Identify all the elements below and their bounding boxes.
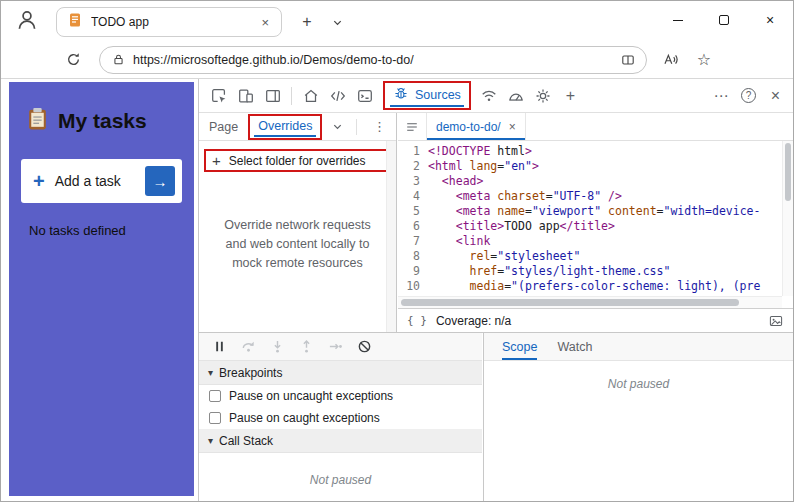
add-tools-button[interactable]: +: [557, 83, 584, 109]
code-line[interactable]: 9 href="styles/light-theme.css": [398, 264, 793, 279]
reload-button[interactable]: [59, 46, 87, 74]
browser-tab[interactable]: TODO app ×: [56, 7, 282, 37]
code-line[interactable]: 2<html lang="en">: [398, 159, 793, 174]
gear-icon[interactable]: [530, 83, 557, 109]
line-number[interactable]: 10: [398, 279, 428, 294]
submit-task-button[interactable]: →: [145, 166, 175, 196]
code-line[interactable]: 1<!DOCTYPE html>: [398, 144, 793, 159]
code-line[interactable]: 6 <title>TODO app</title>: [398, 219, 793, 234]
network-tab-icon[interactable]: [476, 83, 503, 109]
code-line[interactable]: 7 <link: [398, 234, 793, 249]
checkbox-unchecked[interactable]: [209, 390, 221, 402]
console-tab-icon[interactable]: [351, 83, 378, 109]
editor-horizontal-scrollbar[interactable]: [398, 296, 782, 308]
pause-script-button[interactable]: [212, 339, 227, 354]
minimize-icon: [673, 20, 683, 21]
tab-close-button[interactable]: ×: [259, 15, 271, 30]
breakpoints-section-header[interactable]: ▾ Breakpoints: [199, 361, 482, 385]
call-stack-status: Not paused: [199, 473, 482, 487]
code-line[interactable]: 4 <meta charset="UTF-8" />: [398, 189, 793, 204]
tab-page[interactable]: Page: [209, 120, 238, 134]
close-window-button[interactable]: ×: [747, 1, 793, 39]
editor-vertical-scrollbar[interactable]: [782, 141, 793, 296]
tab-list-chevron-button[interactable]: [327, 13, 347, 31]
tab-sources[interactable]: Sources: [383, 81, 471, 110]
code-line[interactable]: 5 <meta name="viewport" content="width=d…: [398, 204, 793, 219]
maximize-button[interactable]: [701, 1, 747, 39]
pause-uncaught-checkbox-row[interactable]: Pause on uncaught exceptions: [199, 385, 482, 407]
maximize-icon: [719, 15, 729, 25]
code-line[interactable]: 8 rel="stylesheet": [398, 249, 793, 264]
step-into-button[interactable]: [270, 339, 285, 354]
device-toolbar-icon[interactable]: [232, 83, 259, 109]
file-tab-close-button[interactable]: ×: [509, 120, 516, 134]
file-tab-demo-to-do[interactable]: demo-to-do/ ×: [426, 113, 526, 140]
plus-icon: +: [212, 153, 221, 168]
panel-layout-icon[interactable]: [259, 83, 286, 109]
line-number[interactable]: 4: [398, 189, 428, 204]
elements-tab-icon[interactable]: [324, 83, 351, 109]
sidebar-tab-divider: [356, 119, 357, 135]
code-text[interactable]: rel="stylesheet": [428, 249, 580, 264]
code-text[interactable]: <link: [428, 234, 490, 249]
line-number[interactable]: 3: [398, 174, 428, 189]
code-text[interactable]: <html lang="en">: [428, 159, 539, 174]
tab-overrides[interactable]: Overrides: [248, 114, 322, 140]
inspect-icon[interactable]: [205, 83, 232, 109]
performance-tab-icon[interactable]: [503, 83, 530, 109]
line-number[interactable]: 8: [398, 249, 428, 264]
checkbox-unchecked[interactable]: [209, 412, 221, 424]
code-line[interactable]: 3 <head>: [398, 174, 793, 189]
call-stack-section-header[interactable]: ▾ Call Stack: [199, 429, 482, 453]
code-text[interactable]: media="(prefers-color-scheme: light), (p…: [428, 279, 760, 294]
toolbar-right-group: ⋯ ? ×: [708, 83, 789, 109]
add-task-button[interactable]: + Add a task →: [21, 159, 182, 203]
step-button[interactable]: [328, 339, 343, 354]
sidebar-scrollbar[interactable]: [386, 141, 396, 332]
minimize-button[interactable]: [655, 1, 701, 39]
scrollbar-thumb[interactable]: [785, 143, 791, 201]
code-editor[interactable]: 1<!DOCTYPE html>2<html lang="en">3 <head…: [398, 141, 793, 308]
url-field[interactable]: https://microsoftedge.github.io/Demos/de…: [99, 46, 647, 74]
scrollbar-thumb[interactable]: [401, 299, 739, 306]
favorites-star-button[interactable]: ☆: [691, 47, 717, 73]
line-number[interactable]: 5: [398, 204, 428, 219]
code-text[interactable]: <meta charset="UTF-8" />: [428, 189, 622, 204]
step-out-button[interactable]: [299, 339, 314, 354]
code-text[interactable]: <meta name="viewport" content="width=dev…: [428, 204, 760, 219]
read-aloud-button[interactable]: [657, 47, 683, 73]
coverage-status-bar[interactable]: { } Coverage: n/a: [398, 308, 793, 332]
plus-icon: +: [33, 171, 45, 191]
step-over-button[interactable]: [241, 339, 256, 354]
tab-watch[interactable]: Watch: [557, 333, 592, 360]
code-text[interactable]: <head>: [428, 174, 483, 189]
line-number[interactable]: 2: [398, 159, 428, 174]
more-options-button[interactable]: ⋯: [708, 83, 735, 109]
tab-scope[interactable]: Scope: [502, 333, 537, 360]
sidebar-more-button[interactable]: ⋮: [367, 119, 392, 134]
image-preview-icon[interactable]: [768, 313, 784, 329]
lock-icon[interactable]: [112, 53, 125, 66]
line-number[interactable]: 9: [398, 264, 428, 279]
code-lines[interactable]: 1<!DOCTYPE html>2<html lang="en">3 <head…: [398, 144, 793, 294]
select-folder-button[interactable]: + Select folder for overrides: [204, 149, 391, 172]
line-number[interactable]: 7: [398, 234, 428, 249]
chevron-down-icon[interactable]: [332, 121, 343, 132]
debugger-controls: [199, 333, 482, 361]
deactivate-breakpoints-button[interactable]: [357, 339, 372, 354]
code-text[interactable]: <!DOCTYPE html>: [428, 144, 532, 159]
code-line[interactable]: 10 media="(prefers-color-scheme: light),…: [398, 279, 793, 294]
navigator-menu-icon[interactable]: [398, 113, 426, 140]
call-stack-title: Call Stack: [219, 434, 273, 448]
code-text[interactable]: href="styles/light-theme.css": [428, 264, 670, 279]
split-screen-icon[interactable]: [620, 52, 636, 68]
close-devtools-button[interactable]: ×: [762, 83, 789, 109]
line-number[interactable]: 1: [398, 144, 428, 159]
pause-caught-checkbox-row[interactable]: Pause on caught exceptions: [199, 407, 482, 429]
line-number[interactable]: 6: [398, 219, 428, 234]
code-text[interactable]: <title>TODO app</title>: [428, 219, 615, 234]
help-button[interactable]: ?: [735, 83, 762, 109]
new-tab-button[interactable]: +: [295, 11, 319, 33]
profile-button[interactable]: [13, 8, 41, 36]
welcome-home-icon[interactable]: [297, 83, 324, 109]
